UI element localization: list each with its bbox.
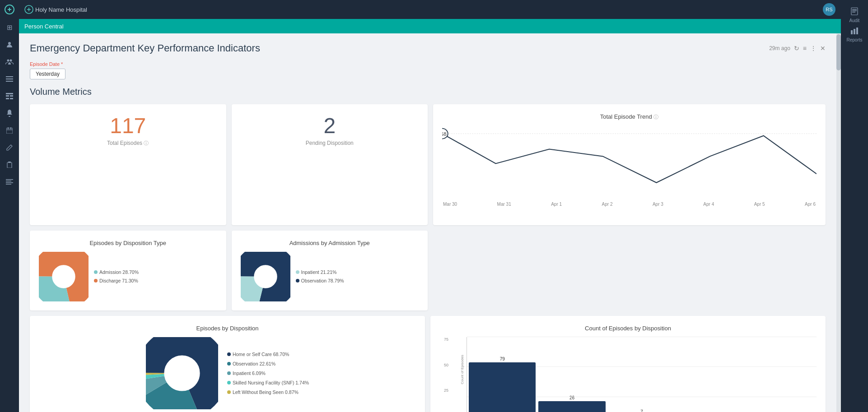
refresh-icon[interactable]: ↻ (794, 45, 799, 52)
trend-card-placeholder (433, 231, 826, 310)
right-panel: Audit Reports (841, 0, 868, 412)
count-by-disposition-title: Count of Episodes by Disposition (439, 325, 817, 332)
trend-info-icon[interactable]: ⓘ (653, 114, 658, 120)
trend-chart-title: Total Episode Trend ⓘ (442, 113, 817, 120)
more-icon[interactable]: ⋮ (810, 45, 817, 52)
admission-type-pie-container: Inpatient 21.21% Observation 78.79% (241, 252, 419, 301)
pending-disposition-label: Pending Disposition (241, 140, 419, 146)
hospital-name: Holy Name Hospital (35, 6, 87, 13)
last-updated: 29m ago (769, 45, 790, 51)
audit-icon (850, 7, 859, 17)
svg-point-3 (10, 60, 12, 62)
svg-rect-14 (8, 127, 9, 129)
disposition-type-pie-container: Admission 28.70% Discharge 71.30% (39, 252, 217, 301)
top-cards-row: 117 Total Episodes ⓘ 2 Pending Dispositi… (30, 104, 826, 225)
svg-text:158: 158 (442, 131, 447, 136)
sidebar-item-grid[interactable]: ⊞ (0, 19, 19, 36)
tab-bar: Person Central (19, 19, 841, 33)
reports-label: Reports (846, 37, 862, 42)
filter-row: Episode Date * Yesterday (30, 61, 826, 79)
svg-rect-10 (6, 98, 9, 99)
audit-label: Audit (849, 18, 860, 23)
svg-rect-18 (8, 162, 11, 163)
svg-rect-22 (6, 184, 11, 185)
svg-rect-15 (10, 127, 11, 129)
bottom-row: Episodes by Disposition (30, 316, 826, 412)
total-episodes-value: 117 (39, 113, 217, 138)
left-sidebar: ⊞ (0, 0, 19, 412)
episodes-by-disposition-title: Episodes by Disposition (39, 325, 416, 332)
svg-rect-11 (10, 98, 13, 99)
main-area: Holy Name Hospital RS Person Central Eme… (19, 0, 841, 412)
top-bar: Holy Name Hospital RS (19, 0, 841, 19)
hospital-logo-icon (24, 5, 33, 14)
svg-rect-7 (6, 93, 13, 94)
reports-icon (850, 27, 859, 37)
svg-rect-21 (6, 182, 13, 183)
disposition-legend: Home or Self Care 68.70% Observation 22.… (227, 350, 309, 397)
admission-type-title: Admissions by Admission Type (241, 240, 419, 246)
sidebar-item-table[interactable] (0, 88, 19, 105)
admission-type-legend: Inpatient 21.21% Observation 78.79% (296, 268, 344, 285)
charts-row: Episodes by Disposition Type Admission 2… (30, 231, 826, 310)
svg-rect-20 (6, 181, 11, 182)
count-by-disposition-card: Count of Episodes by Disposition 0 25 50… (430, 316, 826, 412)
total-episodes-info-icon[interactable]: ⓘ (144, 140, 149, 146)
dashboard-actions: 29m ago ↻ ≡ ⋮ ✕ (769, 45, 826, 52)
section-title: Volume Metrics (30, 87, 826, 97)
pending-disposition-card: 2 Pending Disposition (232, 104, 428, 225)
scrollbar-track[interactable] (836, 33, 841, 412)
bar-area: 79 Home or Self Care 26 Observation (467, 337, 817, 412)
svg-rect-5 (6, 79, 13, 79)
bar-observation: 26 Observation (538, 395, 605, 412)
active-tab[interactable]: Person Central (24, 23, 64, 30)
disposition-type-pie (39, 252, 89, 301)
total-episode-trend-card: Total Episode Trend ⓘ (433, 104, 826, 225)
svg-point-35 (150, 341, 214, 405)
svg-rect-38 (852, 10, 857, 11)
trend-chart-wrapper: 158 Mar 30 Mar 31 Apr 1 Apr 2 Apr 3 Apr … (442, 126, 817, 216)
episode-date-filter[interactable]: Yesterday (30, 69, 65, 79)
sidebar-item-list[interactable] (0, 70, 19, 88)
svg-rect-8 (6, 95, 9, 97)
svg-point-1 (8, 42, 11, 45)
total-episodes-card: 117 Total Episodes ⓘ (30, 104, 226, 225)
sidebar-item-user[interactable] (0, 36, 19, 53)
user-avatar[interactable]: RS (823, 3, 835, 16)
sidebar-item-calendar[interactable] (0, 122, 19, 139)
y-axis-title: Count of Episodes (460, 355, 464, 384)
svg-rect-37 (852, 9, 857, 10)
svg-rect-13 (6, 128, 13, 134)
page-title: Emergency Department Key Performance Ind… (30, 42, 260, 54)
sidebar-item-clipboard[interactable] (0, 156, 19, 173)
bar-chart-inner: 79 Home or Self Care 26 Observation (467, 337, 817, 412)
bar-home: 79 Home or Self Care (469, 356, 536, 412)
svg-point-30 (243, 255, 287, 298)
y-axis-wrapper: 0 25 50 75 Count of Episodes (439, 337, 467, 412)
bar-chart-wrapper: 0 25 50 75 Count of Episodes (439, 337, 817, 412)
total-episodes-label: Total Episodes ⓘ (39, 140, 217, 147)
episodes-by-disposition-card: Episodes by Disposition (30, 316, 425, 412)
svg-rect-16 (6, 130, 13, 130)
svg-rect-36 (851, 8, 858, 15)
filter-icon[interactable]: ≡ (803, 45, 807, 52)
svg-rect-41 (854, 29, 855, 34)
admission-type-card: Admissions by Admission Type Inpatient 2… (232, 231, 428, 310)
svg-rect-6 (6, 81, 13, 82)
sidebar-item-users[interactable] (0, 53, 19, 70)
disposition-type-card: Episodes by Disposition Type Admission 2… (30, 231, 226, 310)
reports-panel-item[interactable]: Reports (846, 27, 862, 42)
sidebar-item-bell[interactable] (0, 105, 19, 122)
bar-inpatient: 7 Inpatient (608, 409, 675, 412)
disposition-type-legend: Admission 28.70% Discharge 71.30% (94, 268, 139, 285)
sidebar-item-lines[interactable] (0, 173, 19, 190)
audit-panel-item[interactable]: Audit (849, 7, 860, 23)
svg-rect-9 (10, 95, 13, 97)
close-icon[interactable]: ✕ (820, 45, 826, 52)
content-area: Emergency Department Key Performance Ind… (19, 33, 841, 412)
scrollbar-thumb[interactable] (836, 34, 841, 70)
svg-point-28 (42, 255, 85, 298)
disposition-type-title: Episodes by Disposition Type (39, 240, 217, 246)
sidebar-item-pen[interactable] (0, 139, 19, 156)
svg-rect-19 (6, 179, 13, 180)
